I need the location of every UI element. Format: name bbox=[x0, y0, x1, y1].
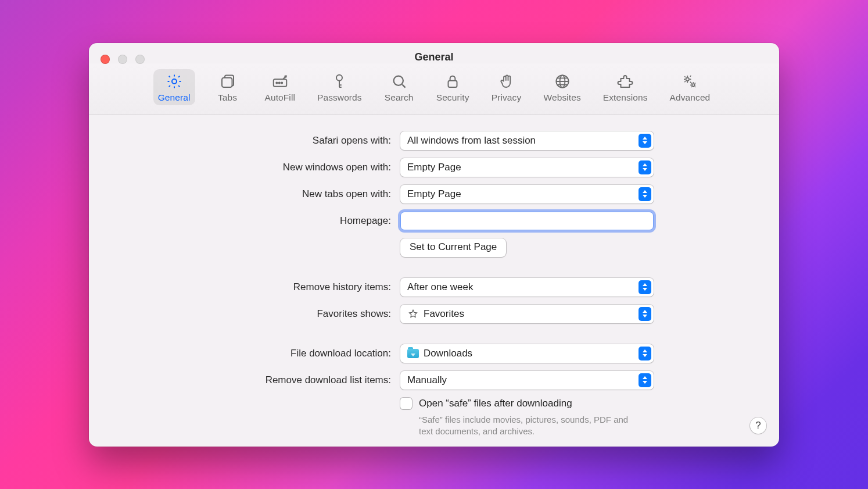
homepage-input[interactable] bbox=[400, 212, 654, 230]
zoom-window-button[interactable] bbox=[135, 55, 145, 64]
general-pane: Safari opens with: All windows from last… bbox=[89, 115, 779, 447]
set-to-current-page-button[interactable]: Set to Current Page bbox=[400, 238, 506, 257]
search-icon bbox=[390, 73, 408, 90]
gears-icon bbox=[681, 73, 698, 90]
tab-advanced[interactable]: Advanced bbox=[665, 69, 715, 105]
svg-point-5 bbox=[281, 82, 282, 83]
chevrons-up-down-icon bbox=[639, 280, 651, 294]
chevrons-up-down-icon bbox=[639, 307, 651, 321]
gear-icon bbox=[166, 73, 183, 90]
titlebar: General General Tabs bbox=[89, 43, 779, 115]
popup-remove-download-list-items[interactable]: Manually bbox=[400, 371, 654, 390]
tabs-icon bbox=[219, 73, 236, 90]
label-new-windows: New windows open with: bbox=[112, 162, 391, 173]
traffic-lights bbox=[101, 55, 145, 64]
svg-point-4 bbox=[278, 82, 279, 83]
star-icon bbox=[407, 309, 419, 319]
preferences-window: General General Tabs bbox=[89, 43, 779, 447]
tab-passwords[interactable]: Passwords bbox=[313, 69, 367, 105]
tab-label: Search bbox=[385, 92, 414, 103]
tab-label: Privacy bbox=[492, 92, 522, 103]
minimize-window-button[interactable] bbox=[118, 55, 127, 64]
chevrons-up-down-icon bbox=[639, 134, 651, 148]
tab-label: Websites bbox=[544, 92, 581, 103]
tab-security[interactable]: Security bbox=[432, 69, 474, 105]
tab-label: General bbox=[158, 92, 191, 103]
chevrons-up-down-icon bbox=[639, 187, 651, 201]
tab-tabs[interactable]: Tabs bbox=[208, 69, 248, 105]
tab-label: Passwords bbox=[317, 92, 362, 103]
label-remove-history: Remove history items: bbox=[112, 281, 391, 293]
popup-safari-opens-with[interactable]: All windows from last session bbox=[400, 131, 654, 150]
open-safe-files-checkbox[interactable] bbox=[400, 398, 412, 409]
svg-rect-8 bbox=[449, 80, 457, 87]
window-title: General bbox=[89, 43, 779, 63]
popup-value: Downloads bbox=[424, 348, 472, 359]
key-icon bbox=[331, 73, 348, 90]
label-download-location: File download location: bbox=[112, 348, 391, 359]
label-new-tabs: New tabs open with: bbox=[112, 188, 391, 200]
tab-search[interactable]: Search bbox=[379, 69, 419, 105]
popup-value: After one week bbox=[407, 281, 473, 293]
svg-point-0 bbox=[172, 79, 177, 84]
svg-point-7 bbox=[393, 76, 403, 85]
popup-value: Empty Page bbox=[407, 162, 461, 173]
open-safe-files-help-text: “Safe” files include movies, pictures, s… bbox=[419, 414, 640, 438]
preferences-toolbar: General Tabs bbox=[89, 63, 779, 115]
tab-websites[interactable]: Websites bbox=[539, 69, 586, 105]
label-homepage: Homepage: bbox=[112, 215, 391, 227]
tab-label: Security bbox=[436, 92, 469, 103]
tab-label: Extensions bbox=[603, 92, 648, 103]
popup-new-windows-open-with[interactable]: Empty Page bbox=[400, 158, 654, 177]
popup-value: Favorites bbox=[424, 308, 464, 320]
tab-label: AutoFill bbox=[265, 92, 295, 103]
svg-point-12 bbox=[692, 84, 695, 87]
tab-privacy[interactable]: Privacy bbox=[487, 69, 526, 105]
tab-label: Advanced bbox=[670, 92, 711, 103]
chevrons-up-down-icon bbox=[639, 347, 651, 360]
chevrons-up-down-icon bbox=[639, 373, 651, 387]
label-safari-opens-with: Safari opens with: bbox=[112, 135, 391, 147]
label-favorites-shows: Favorites shows: bbox=[112, 308, 391, 320]
puzzle-icon bbox=[616, 73, 634, 90]
downloads-folder-icon bbox=[407, 348, 419, 359]
tab-extensions[interactable]: Extensions bbox=[598, 69, 652, 105]
close-window-button[interactable] bbox=[101, 55, 110, 64]
popup-favorites-shows[interactable]: Favorites bbox=[400, 305, 654, 323]
popup-value: Manually bbox=[407, 374, 447, 386]
popup-remove-history-items[interactable]: After one week bbox=[400, 278, 654, 297]
help-button[interactable]: ? bbox=[750, 417, 766, 434]
open-safe-files-label[interactable]: Open “safe” files after downloading bbox=[419, 398, 572, 409]
svg-point-3 bbox=[276, 82, 277, 83]
lock-icon bbox=[444, 73, 461, 90]
svg-point-11 bbox=[686, 77, 690, 81]
tab-autofill[interactable]: AutoFill bbox=[260, 69, 300, 105]
tab-general[interactable]: General bbox=[153, 69, 195, 105]
hand-icon bbox=[498, 73, 515, 90]
autofill-icon bbox=[271, 73, 289, 90]
globe-icon bbox=[554, 73, 571, 90]
chevrons-up-down-icon bbox=[639, 160, 651, 174]
svg-point-6 bbox=[336, 74, 342, 80]
svg-rect-1 bbox=[222, 77, 232, 87]
popup-value: All windows from last session bbox=[407, 135, 536, 147]
popup-value: Empty Page bbox=[407, 188, 461, 200]
popup-file-download-location[interactable]: Downloads bbox=[400, 344, 654, 363]
tab-label: Tabs bbox=[218, 92, 237, 103]
label-remove-download-list: Remove download list items: bbox=[112, 374, 391, 386]
popup-new-tabs-open-with[interactable]: Empty Page bbox=[400, 185, 654, 204]
